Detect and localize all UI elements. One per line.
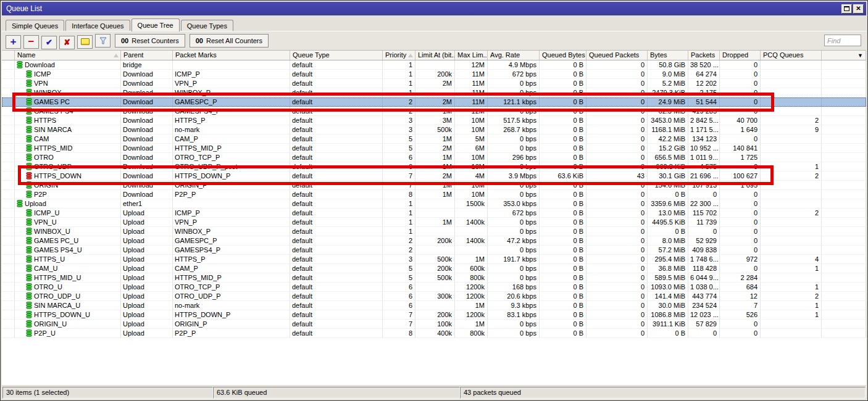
queue-row-vpn[interactable]: VPNDownloadVPN_Pdefault12M11M0 bps0 B05.… — [2, 79, 866, 88]
col-header-limit_at[interactable]: Limit At (bit... — [415, 51, 455, 60]
queue-name-label: GAMES PC — [34, 97, 70, 106]
queue-row-origin[interactable]: ORIGINDownloadORIGIN_Pdefault71M10M0 bps… — [2, 181, 866, 190]
disable-button[interactable]: ✘ — [59, 36, 75, 49]
queue-row-https-u[interactable]: HTTPS_UUploadHTTPS_Pdefault3500k1M191.7 … — [2, 255, 866, 264]
col-header-name[interactable]: Name — [15, 51, 121, 60]
cell-packets: 51 544 — [688, 97, 720, 107]
queue-name-label: GAMES PS4 — [34, 107, 73, 115]
queue-row-p2p[interactable]: P2PDownloadP2P_Pdefault81M10M0 bps0 B00 … — [2, 190, 866, 199]
cell-marks: ORIGIN_P — [173, 181, 290, 190]
column-menu-arrow-icon[interactable]: ▼ — [858, 51, 863, 60]
queue-row-winbox[interactable]: WINBOXDownloadWINBOX_Pdefault111M0 bps0 … — [2, 88, 866, 97]
enable-button[interactable]: ✔ — [41, 36, 57, 49]
queue-row-https-down-u[interactable]: HTTPS_DOWN_UUploadHTTPS_DOWN_Pdefault720… — [2, 310, 866, 320]
tab-queue-tree[interactable]: Queue Tree — [131, 19, 180, 31]
queue-row-sin-marca-u[interactable]: SIN MARCA_UUploadno-markdefault61M9.3 kb… — [2, 301, 866, 310]
queue-row-games-ps4-u[interactable]: GAMES PS4_UUploadGAMESPS4_Pdefault20 bps… — [2, 246, 866, 255]
queue-row-winbox-u[interactable]: WINBOX_UUploadWINBOX_Pdefault10 bps0 B00… — [2, 227, 866, 236]
queue-name-label: SIN MARCA_U — [34, 301, 80, 310]
cell-gutter — [2, 97, 15, 107]
find-input[interactable] — [824, 35, 861, 46]
queue-row-icmp[interactable]: ICMPDownloadICMP_Pdefault1200k11M672 bps… — [2, 70, 866, 79]
col-header-extra[interactable]: ▼ — [822, 51, 866, 60]
col-header-bytes[interactable]: Bytes — [648, 51, 688, 60]
cell-bytes: 1086.8 MiB — [648, 310, 688, 320]
cell-name: GAMES PC — [15, 97, 121, 107]
cell-limit_at: 500k — [415, 125, 455, 134]
queue-row-otro-u[interactable]: OTRO_UUploadOTRO_TCP_Pdefault61200k168 b… — [2, 283, 866, 292]
col-header-type[interactable]: Queue Type — [290, 51, 383, 60]
close-button[interactable]: ✕ — [853, 4, 864, 14]
cell-priority: 7 — [383, 181, 415, 190]
cell-limit_at — [415, 60, 455, 70]
col-header-avg_rate[interactable]: Avg. Rate — [488, 51, 540, 60]
col-header-gutter[interactable] — [2, 51, 15, 60]
queue-row-https-down[interactable]: HTTPS_DOWNDownloadHTTPS_DOWN_Pdefault72M… — [2, 172, 866, 181]
col-header-queued_packets[interactable]: Queued Packets — [586, 51, 648, 60]
queue-row-origin-u[interactable]: ORIGIN_UUploadORIGIN_Pdefault7100k1M0 bp… — [2, 320, 866, 329]
col-header-dropped[interactable]: Dropped — [720, 51, 761, 60]
cell-max_limit: 800k — [455, 273, 488, 283]
queue-row-vpn-u[interactable]: VPN_UUploadVPN_Pdefault11M1400k0 bps0 B0… — [2, 218, 866, 227]
filter-button[interactable] — [95, 34, 111, 48]
queue-row-otro-udp[interactable]: OTRO_UDPDownloadOTRO_UDP_P_postdefault61… — [2, 162, 866, 172]
cell-pcq — [761, 181, 822, 190]
cell-packets: 1 748 6... — [688, 255, 720, 264]
tab-queue-types[interactable]: Queue Types — [181, 20, 233, 31]
cell-marks: HTTPS_MID_P — [173, 144, 290, 153]
col-header-marks[interactable]: Packet Marks — [173, 51, 290, 60]
cell-priority: 1 — [383, 218, 415, 227]
cell-dropped: 40 700 — [720, 116, 761, 125]
add-button[interactable]: + — [6, 35, 21, 49]
cell-avg_rate: 672 bps — [488, 70, 540, 79]
cell-queued_bytes: 0 B — [540, 144, 586, 153]
remove-button[interactable]: − — [23, 35, 39, 49]
col-header-max_limit[interactable]: Max Lim... — [455, 51, 488, 60]
queue-row-download[interactable]: Downloadbridgedefault112M4.9 Mbps0 B050.… — [2, 60, 866, 70]
col-header-parent[interactable]: Parent — [121, 51, 173, 60]
queue-row-https-mid[interactable]: HTTPS_MIDDownloadHTTPS_MID_Pdefault52M6M… — [2, 144, 866, 153]
cell-avg_rate: 3.9 Mbps — [488, 172, 540, 181]
cell-priority: 8 — [383, 329, 415, 338]
queue-row-cam[interactable]: CAMDownloadCAM_Pdefault51M5M0 bps0 B042.… — [2, 134, 866, 144]
col-header-queued_bytes[interactable]: Queued Bytes — [540, 51, 586, 60]
col-header-pcq[interactable]: PCQ Queues — [761, 51, 822, 60]
queue-row-otro[interactable]: OTRODownloadOTRO_TCP_Pdefault61M10M296 b… — [2, 153, 866, 162]
title-bar[interactable]: Queue List ✕ — [2, 2, 866, 15]
table-empty-area[interactable] — [2, 338, 866, 385]
queue-row-upload[interactable]: Uploadether1default11500k353.0 kbps0 B03… — [2, 199, 866, 209]
queue-row-games-pc-u[interactable]: GAMES PC_UUploadGAMESPC_Pdefault2200k140… — [2, 236, 866, 246]
cell-gutter — [2, 199, 15, 209]
cell-max_limit: 1M — [455, 301, 488, 310]
cell-gutter — [2, 162, 15, 172]
queue-row-sin-marca[interactable]: SIN MARCADownloadno-markdefault3500k10M2… — [2, 125, 866, 134]
col-header-priority[interactable]: Priority — [383, 51, 415, 60]
cell-type: default — [290, 162, 383, 172]
queue-row-https-mid-u[interactable]: HTTPS_MID_UUploadHTTPS_MID_Pdefault5500k… — [2, 273, 866, 283]
cell-max_limit: 10M — [455, 125, 488, 134]
comment-button[interactable] — [77, 35, 93, 49]
tab-simple-queues[interactable]: Simple Queues — [6, 20, 64, 31]
queue-row-https[interactable]: HTTPSDownloadHTTPS_Pdefault33M10M517.5 k… — [2, 116, 866, 125]
queue-row-cam-u[interactable]: CAM_UUploadCAM_Pdefault5200k600k0 bps0 B… — [2, 264, 866, 273]
cell-max_limit: 12M — [455, 60, 488, 70]
col-header-packets[interactable]: Packets — [688, 51, 720, 60]
cell-gutter — [2, 144, 15, 153]
queue-row-games-ps4[interactable]: GAMES PS4DownloadGAMESPS4_Pdefault21M12M… — [2, 107, 866, 116]
queue-row-otro-udp-u[interactable]: OTRO_UDP_UUploadOTRO_UDP_Pdefault6300k12… — [2, 292, 866, 301]
queue-row-games-pc[interactable]: GAMES PCDownloadGAMESPC_Pdefault22M11M12… — [2, 97, 866, 107]
reset-all-counters-button[interactable]: 00 Reset All Counters — [190, 34, 269, 48]
cell-avg_rate: 0 bps — [488, 273, 540, 283]
cell-gutter — [2, 301, 15, 310]
cell-limit_at — [415, 209, 455, 218]
cell-queued_packets: 0 — [586, 227, 648, 236]
tab-interface-queues[interactable]: Interface Queues — [65, 20, 130, 31]
cell-type: default — [290, 320, 383, 329]
reset-counters-button[interactable]: 00 Reset Counters — [115, 34, 185, 48]
cell-gutter — [2, 329, 15, 338]
cell-pcq — [761, 134, 822, 144]
queue-row-p2p-u[interactable]: P2P_UUploadP2P_Pdefault8400k800k0 bps0 B… — [2, 329, 866, 338]
maximize-button[interactable] — [841, 4, 852, 14]
queue-row-icmp-u[interactable]: ICMP_UUploadICMP_Pdefault1672 bps0 B013.… — [2, 209, 866, 218]
cell-queued_bytes: 0 B — [540, 236, 586, 246]
